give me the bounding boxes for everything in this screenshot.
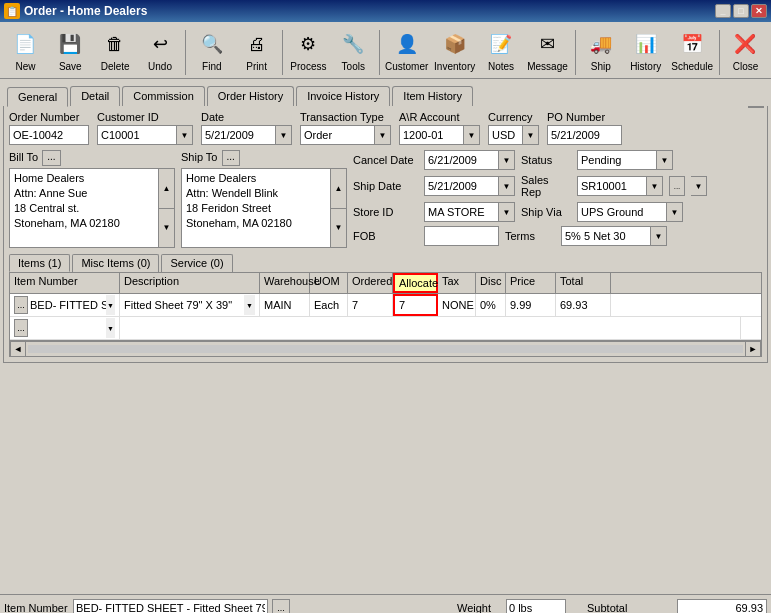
ship-to-scroll-up[interactable]: ▲ xyxy=(331,169,346,209)
subtotal-row: Subtotal 69.93 xyxy=(587,599,767,613)
sales-rep-extra-btn[interactable]: ... xyxy=(669,176,685,196)
customer-id-group: Customer ID ▼ xyxy=(97,111,193,145)
tab-invoice-history[interactable]: Invoice History xyxy=(296,86,390,106)
hscroll-right-btn[interactable]: ► xyxy=(745,341,761,357)
ship-via-input[interactable] xyxy=(577,202,667,222)
terms-input[interactable] xyxy=(561,226,651,246)
toolbar-customer-button[interactable]: 👤 Customer xyxy=(384,25,430,75)
td-item-number: ... ▼ xyxy=(10,294,120,316)
ship-date-input[interactable] xyxy=(424,176,499,196)
ship-icon: 🚚 xyxy=(585,28,617,60)
ar-account-dropdown[interactable]: ▼ xyxy=(464,125,480,145)
toolbar-print-button[interactable]: 🖨 Print xyxy=(235,25,278,75)
tab-item-history[interactable]: Item History xyxy=(392,86,473,106)
items-tab-items[interactable]: Items (1) xyxy=(9,254,70,272)
save-label: Save xyxy=(59,61,82,72)
desc-dropdown[interactable]: ▼ xyxy=(244,295,255,315)
address-fields-row: Bill To ... Home DealersAttn: Anne Sue18… xyxy=(9,150,762,248)
transaction-type-dropdown[interactable]: ▼ xyxy=(375,125,391,145)
bill-to-ellipsis-button[interactable]: ... xyxy=(42,150,60,166)
po-number-input[interactable] xyxy=(547,125,622,145)
toolbar-undo-button[interactable]: ↩ Undo xyxy=(139,25,182,75)
td-ordered: 7 xyxy=(348,294,393,316)
order-number-input[interactable] xyxy=(9,125,89,145)
minimize-button[interactable]: _ xyxy=(715,4,731,18)
td-description: ▼ xyxy=(120,294,260,316)
toolbar-message-button[interactable]: ✉ Message xyxy=(525,25,571,75)
sales-rep-input[interactable] xyxy=(577,176,647,196)
cancel-date-dropdown[interactable]: ▼ xyxy=(499,150,515,170)
currency-input[interactable] xyxy=(488,125,523,145)
customer-id-label: Customer ID xyxy=(97,111,193,123)
fob-input[interactable] xyxy=(424,226,499,246)
customer-id-input[interactable] xyxy=(97,125,177,145)
status-label: Status xyxy=(521,154,571,166)
ar-account-input[interactable] xyxy=(399,125,464,145)
status-dropdown[interactable]: ▼ xyxy=(657,150,673,170)
weight-row: Weight xyxy=(457,599,577,613)
table-scrollbar[interactable] xyxy=(748,106,764,108)
items-tab-misc[interactable]: Misc Items (0) xyxy=(72,254,159,272)
ship-date-dropdown[interactable]: ▼ xyxy=(499,176,515,196)
empty-item-btn[interactable]: ... xyxy=(14,319,28,337)
ship-via-dropdown[interactable]: ▼ xyxy=(667,202,683,222)
toolbar-tools-button[interactable]: 🔧 Tools xyxy=(332,25,375,75)
toolbar-close-button[interactable]: ❌ Close xyxy=(724,25,767,75)
transaction-type-label: Transaction Type xyxy=(300,111,391,123)
toolbar-notes-button[interactable]: 📝 Notes xyxy=(480,25,523,75)
weight-input[interactable] xyxy=(506,599,566,613)
sales-rep-arrow-btn[interactable]: ▼ xyxy=(691,176,707,196)
horizontal-scrollbar[interactable]: ◄ ► xyxy=(9,341,762,357)
ship-date-label: Ship Date xyxy=(353,180,418,192)
status-input[interactable] xyxy=(577,150,657,170)
customer-id-dropdown[interactable]: ▼ xyxy=(177,125,193,145)
hscroll-left-btn[interactable]: ◄ xyxy=(10,341,26,357)
separator-2 xyxy=(282,30,283,75)
toolbar-ship-button[interactable]: 🚚 Ship xyxy=(579,25,622,75)
maximize-button[interactable]: □ xyxy=(733,4,749,18)
item-number-bottom-input[interactable] xyxy=(73,599,268,613)
store-id-dropdown[interactable]: ▼ xyxy=(499,202,515,222)
ship-to-ellipsis-button[interactable]: ... xyxy=(222,150,240,166)
td-empty-item: ... ▼ xyxy=(10,317,120,339)
bill-to-scroll-down[interactable]: ▼ xyxy=(159,209,174,248)
empty-dropdown[interactable]: ▼ xyxy=(106,318,115,338)
cancel-date-input[interactable] xyxy=(424,150,499,170)
ship-to-scroll-down[interactable]: ▼ xyxy=(331,209,346,248)
sales-rep-dropdown[interactable]: ▼ xyxy=(647,176,663,196)
transaction-type-input[interactable] xyxy=(300,125,375,145)
description-field[interactable] xyxy=(124,299,244,311)
hscroll-track[interactable] xyxy=(28,345,743,353)
th-total: Total xyxy=(556,273,611,293)
currency-dropdown[interactable]: ▼ xyxy=(523,125,539,145)
toolbar-save-button[interactable]: 💾 Save xyxy=(49,25,92,75)
tab-commission[interactable]: Commission xyxy=(122,86,205,106)
empty-item-field[interactable] xyxy=(30,322,106,334)
terms-dropdown[interactable]: ▼ xyxy=(651,226,667,246)
tab-order-history[interactable]: Order History xyxy=(207,86,294,106)
item-num-dropdown[interactable]: ▼ xyxy=(106,295,115,315)
date-input[interactable] xyxy=(201,125,276,145)
item-number-bottom-btn[interactable]: ... xyxy=(272,599,290,613)
toolbar-process-button[interactable]: ⚙ Process xyxy=(287,25,330,75)
date-dropdown[interactable]: ▼ xyxy=(276,125,292,145)
td-disc: 0% xyxy=(476,294,506,316)
toolbar-schedule-button[interactable]: 📅 Schedule xyxy=(669,25,715,75)
tab-general[interactable]: General xyxy=(7,87,68,107)
item-number-bottom-label: Item Number xyxy=(4,602,69,613)
bill-to-address: Home DealersAttn: Anne Sue18 Central st.… xyxy=(9,168,159,248)
date-label: Date xyxy=(201,111,292,123)
items-tab-service[interactable]: Service (0) xyxy=(161,254,232,272)
close-window-button[interactable]: ✕ xyxy=(751,4,767,18)
item-number-field[interactable] xyxy=(30,299,106,311)
toolbar-new-button[interactable]: 📄 New xyxy=(4,25,47,75)
item-number-btn[interactable]: ... xyxy=(14,296,28,314)
toolbar-delete-button[interactable]: 🗑 Delete xyxy=(94,25,137,75)
bill-to-scroll-up[interactable]: ▲ xyxy=(159,169,174,209)
toolbar-inventory-button[interactable]: 📦 Inventory xyxy=(432,25,478,75)
separator-4 xyxy=(575,30,576,75)
toolbar-history-button[interactable]: 📊 History xyxy=(624,25,667,75)
toolbar-find-button[interactable]: 🔍 Find xyxy=(190,25,233,75)
store-id-input[interactable] xyxy=(424,202,499,222)
tab-detail[interactable]: Detail xyxy=(70,86,120,106)
